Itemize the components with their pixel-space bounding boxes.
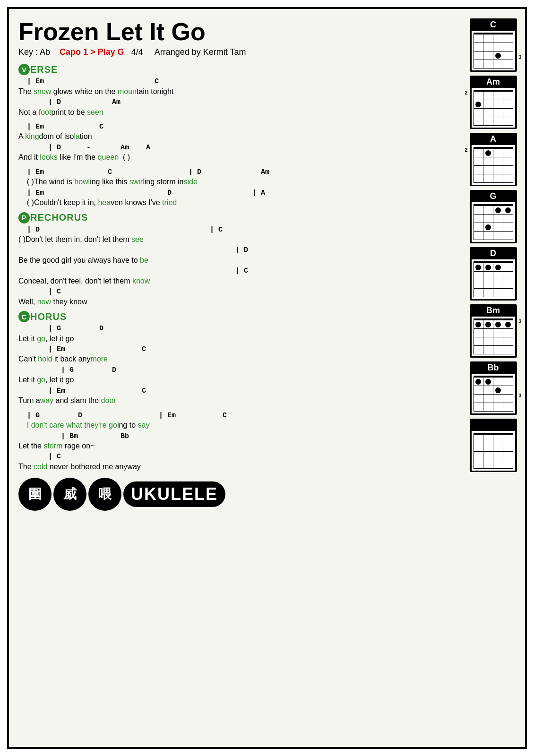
cell [474, 346, 484, 354]
cell [493, 337, 503, 346]
cell [483, 320, 493, 329]
lyric-line-10: Well, now they know [18, 297, 461, 307]
fret-3-Bb: 3 [518, 393, 521, 398]
cell [493, 34, 503, 43]
cell [483, 232, 493, 240]
chord-grid-A: 2 [472, 145, 515, 185]
lyric-line-3: A kingdom of isolation [18, 131, 461, 142]
cell [503, 329, 513, 337]
verse-section: VERSE | Em C The snow glows white on the… [18, 64, 461, 208]
cell [493, 346, 503, 354]
cell [483, 280, 493, 289]
cell [483, 174, 493, 183]
cell [503, 223, 513, 232]
cell [493, 109, 503, 117]
chord-line-16: | Bm Bb [18, 432, 461, 441]
lyric-line-15: I don't care what they're going to say [18, 420, 461, 430]
chord-diagram-A: A [470, 133, 517, 186]
cell [503, 452, 513, 460]
chord-name-D: D [490, 249, 496, 258]
chord-grid-C: 3 [472, 31, 515, 70]
cell [483, 337, 493, 346]
cell [483, 443, 493, 452]
chord-grid-G-grid [474, 204, 513, 240]
cell [503, 337, 513, 346]
cell [503, 215, 513, 223]
cell [493, 443, 503, 452]
verse-header: VERSE [18, 64, 461, 75]
cell [483, 346, 493, 354]
chord-name-Bm: Bm [486, 306, 500, 316]
cell [474, 395, 484, 403]
cell [483, 109, 493, 117]
main-content: Frozen Let It Go Key : Ab Capo 1 > Play … [18, 18, 466, 738]
cell [493, 223, 503, 232]
song-meta: Key : Ab Capo 1 > Play G 4/4 Arranged by… [18, 47, 461, 57]
verse-label: ERSE [30, 64, 58, 75]
lyric-line-12: Can't hold it back anymore [18, 354, 461, 364]
cell [483, 289, 493, 297]
cell [503, 403, 513, 412]
lyric-line-16: Let the storm rage on~ [18, 441, 461, 451]
chord-name-Bb: Bb [488, 363, 499, 373]
cell [474, 272, 484, 280]
chord-name-empty [492, 420, 494, 430]
footer-circle-3: 喂 [88, 478, 121, 511]
chord-diagram-G: G [470, 190, 517, 243]
cell [474, 329, 484, 337]
footer-circle-2: 威 [53, 478, 86, 511]
cell [474, 403, 484, 412]
lyric-line-9: Conceal, don't feel, don't let them know [18, 276, 461, 286]
cell [483, 157, 493, 166]
cell [493, 263, 503, 272]
cell [493, 92, 503, 100]
cell [474, 117, 484, 126]
chord-grid-empty [472, 431, 515, 471]
cell [474, 378, 484, 386]
cell [474, 223, 484, 232]
chorus-circle: C [18, 311, 30, 322]
cell [483, 263, 493, 272]
cell [493, 460, 503, 469]
cell [483, 43, 493, 52]
lyric-line-8: Be the good girl you always have to be [18, 255, 461, 266]
cell [483, 52, 493, 60]
cell [503, 435, 513, 443]
chord-line-4: | D - Am A [18, 143, 461, 153]
cell [503, 109, 513, 117]
cell [483, 206, 493, 215]
cell [503, 289, 513, 297]
cell [483, 272, 493, 280]
lyric-line-13: Let it go, let it go [18, 375, 461, 385]
capo-label: Capo 1 > Play G [60, 47, 124, 57]
cell [483, 452, 493, 460]
cell [493, 403, 503, 412]
chord-line-15: | G D | Em C [18, 411, 461, 421]
chorus-header: CHORUS [18, 311, 461, 322]
cell [474, 100, 484, 109]
song-title: Frozen Let It Go [18, 18, 461, 45]
cell [493, 280, 503, 289]
cell [483, 403, 493, 412]
chord-line-9: | C [18, 266, 461, 276]
cell [483, 92, 493, 100]
cell [503, 117, 513, 126]
cell [493, 174, 503, 183]
chord-line-14: | Em C [18, 387, 461, 396]
cell [503, 206, 513, 215]
cell [483, 395, 493, 403]
cell [483, 378, 493, 386]
cell [503, 232, 513, 240]
prechorus-label: RECHORUS [30, 212, 88, 223]
cell [503, 60, 513, 69]
cell [483, 460, 493, 469]
cell [493, 166, 503, 174]
chord-grid-Bm: 3 [472, 317, 515, 356]
lyric-line-6: ( )Couldn't keep it in, heaven knows I'v… [18, 198, 461, 208]
footer: 圍 威 喂 UKULELE [18, 478, 461, 511]
fret-3-Bm: 3 [518, 318, 521, 324]
cell [483, 215, 493, 223]
cell [503, 443, 513, 452]
chord-name-G: G [490, 191, 496, 201]
cell [483, 34, 493, 43]
